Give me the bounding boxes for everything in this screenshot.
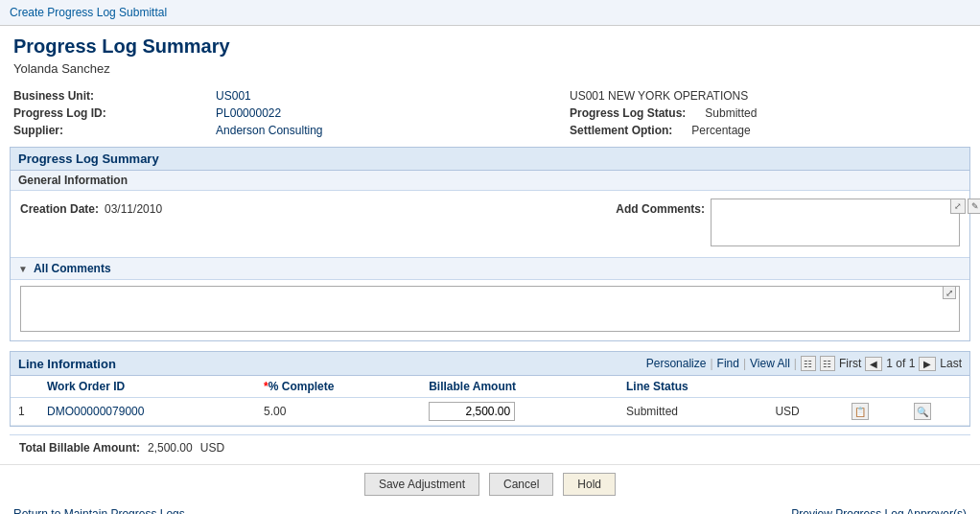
table-row: 1 DMO00000079000 5.00 Submitted USD 📋 🔍 bbox=[11, 398, 969, 426]
view-all-link[interactable]: View All bbox=[750, 357, 790, 370]
page-title: Progress Log Summary bbox=[13, 35, 967, 58]
col-header-actions2 bbox=[906, 376, 969, 398]
breadcrumb: Create Progress Log Submittal bbox=[0, 0, 980, 26]
summary-section-header: Progress Log Summary bbox=[11, 148, 969, 171]
copy-icon[interactable]: 📋 bbox=[852, 403, 869, 420]
add-comments-textarea[interactable] bbox=[711, 199, 960, 246]
settlement-option-value: Percentage bbox=[691, 124, 750, 137]
footer-links: Return to Maintain Progress Logs Preview… bbox=[0, 503, 980, 514]
row-num: 1 bbox=[11, 398, 39, 426]
business-unit-value: US001 bbox=[216, 87, 531, 105]
collapse-icon: ▼ bbox=[18, 264, 28, 274]
pct-complete-cell: 5.00 bbox=[256, 398, 421, 426]
col-header-pct-complete: *% Complete bbox=[256, 376, 421, 398]
all-comments-label: All Comments bbox=[34, 262, 111, 275]
col-header-work-order-id bbox=[11, 376, 39, 398]
sep1: | bbox=[710, 357, 712, 370]
line-info-section: Line Information Personalize | Find | Vi… bbox=[10, 351, 970, 427]
hold-button[interactable]: Hold bbox=[563, 473, 616, 496]
total-billable-value: 2,500.00 bbox=[148, 441, 193, 455]
preview-approver-link[interactable]: Preview Progress Log Approver(s) bbox=[791, 507, 967, 514]
progress-log-summary-section: Progress Log Summary General Information… bbox=[10, 147, 970, 341]
action-icon1-cell: 📋 bbox=[844, 398, 906, 426]
creation-date-label: Creation Date: bbox=[20, 199, 99, 216]
all-comments-header[interactable]: ▼ All Comments bbox=[11, 258, 969, 280]
total-row: Total Billable Amount: 2,500.00 USD bbox=[10, 434, 970, 460]
general-info-header: General Information bbox=[11, 171, 969, 191]
total-billable-label: Total Billable Amount: bbox=[19, 441, 140, 455]
return-to-maintain-link[interactable]: Return to Maintain Progress Logs bbox=[13, 507, 185, 514]
next-btn[interactable]: ▶ bbox=[919, 357, 936, 371]
breadcrumb-link[interactable]: Create Progress Log Submittal bbox=[10, 6, 167, 19]
user-name: Yolanda Sanchez bbox=[13, 61, 967, 76]
col-header-actions1 bbox=[844, 376, 906, 398]
col-header-line-status: Line Status bbox=[618, 376, 767, 398]
expand-comments-icon[interactable]: ⤢ bbox=[950, 199, 966, 214]
line-info-toolbar: Personalize | Find | View All | ☷ ☷ Firs… bbox=[646, 356, 962, 371]
progress-log-status-value: Submitted bbox=[705, 106, 757, 120]
sep3: | bbox=[794, 357, 797, 370]
work-order-id-cell: DMO00000079000 bbox=[39, 398, 256, 426]
add-comments-label: Add Comments: bbox=[616, 199, 705, 216]
progress-log-id-label: Progress Log ID: bbox=[13, 105, 216, 122]
grid-view-icon[interactable]: ☷ bbox=[801, 356, 816, 371]
chart-view-icon[interactable]: ☷ bbox=[820, 356, 835, 371]
currency-cell: USD bbox=[767, 398, 844, 426]
add-comments-input-area: ⤢ ✎ 📎 bbox=[711, 199, 960, 249]
col-header-billable-amount: Billable Amount bbox=[421, 376, 618, 398]
creation-date-value: 03/11/2010 bbox=[105, 199, 162, 216]
toolbar-nav: First ◀ 1 of 1 ▶ Last bbox=[839, 357, 962, 371]
progress-log-id-value: PL00000022 bbox=[216, 105, 531, 122]
all-comments-body: ⤢ bbox=[11, 280, 969, 340]
expand-all-comments-icon[interactable]: ⤢ bbox=[943, 286, 956, 299]
business-unit-label: Business Unit: bbox=[13, 87, 216, 105]
business-unit-desc: US001 NEW YORK OPERATIONS bbox=[570, 87, 967, 105]
view-icon[interactable]: 🔍 bbox=[914, 403, 931, 420]
last-label: Last bbox=[940, 357, 962, 370]
line-info-header: Line Information Personalize | Find | Vi… bbox=[11, 352, 969, 376]
progress-log-status-label: Progress Log Status: bbox=[570, 106, 686, 120]
line-info-title: Line Information bbox=[18, 357, 116, 371]
col-header-currency bbox=[767, 376, 844, 398]
save-adjustment-button[interactable]: Save Adjustment bbox=[364, 473, 479, 496]
find-link[interactable]: Find bbox=[717, 357, 739, 370]
billable-amount-input[interactable] bbox=[429, 402, 515, 421]
textarea-icons: ⤢ ✎ 📎 bbox=[950, 199, 980, 214]
table-header-row: Work Order ID *% Complete Billable Amoun… bbox=[11, 376, 969, 398]
edit-comments-icon[interactable]: ✎ bbox=[968, 199, 980, 214]
personalize-link[interactable]: Personalize bbox=[646, 357, 707, 370]
supplier-label: Supplier: bbox=[13, 122, 216, 139]
action-icon2-cell: 🔍 bbox=[906, 398, 969, 426]
first-label: First bbox=[839, 357, 861, 370]
pagination-text: 1 of 1 bbox=[886, 357, 915, 370]
cancel-button[interactable]: Cancel bbox=[489, 473, 553, 496]
total-currency: USD bbox=[200, 441, 224, 455]
settlement-option-label: Settlement Option: bbox=[570, 124, 672, 137]
action-bar: Save Adjustment Cancel Hold bbox=[0, 464, 980, 503]
line-status-cell: Submitted bbox=[618, 398, 767, 426]
creation-date-field: Creation Date: 03/11/2010 bbox=[20, 199, 162, 216]
meta-fields: Business Unit: US001 US001 NEW YORK OPER… bbox=[13, 87, 967, 139]
all-comments-textarea[interactable] bbox=[20, 286, 960, 332]
work-order-id-link[interactable]: DMO00000079000 bbox=[47, 405, 144, 418]
billable-amount-cell bbox=[421, 398, 618, 426]
add-comments-field: Add Comments: ⤢ ✎ 📎 bbox=[616, 199, 960, 249]
general-info-grid: Creation Date: 03/11/2010 Add Comments: … bbox=[11, 191, 969, 257]
sep2: | bbox=[743, 357, 746, 370]
page-header: Progress Log Summary Yolanda Sanchez bbox=[0, 26, 980, 87]
all-comments-section: ▼ All Comments ⤢ bbox=[11, 257, 969, 340]
supplier-value: Anderson Consulting bbox=[216, 122, 531, 139]
line-table: Work Order ID *% Complete Billable Amoun… bbox=[11, 376, 969, 426]
col-header-work-order: Work Order ID bbox=[39, 376, 256, 398]
prev-btn[interactable]: ◀ bbox=[865, 357, 882, 371]
